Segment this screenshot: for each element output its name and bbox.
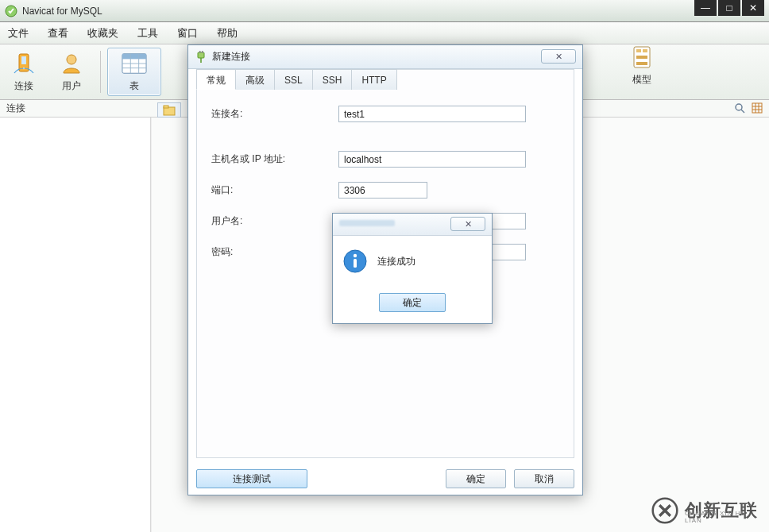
menu-file[interactable]: 文件 xyxy=(8,26,29,40)
plug-icon xyxy=(195,51,207,64)
maximize-button[interactable]: □ xyxy=(718,0,740,16)
svg-rect-18 xyxy=(752,103,762,113)
port-input[interactable] xyxy=(338,182,427,199)
watermark: 创新互联 CHUANG XIN HU LIAN xyxy=(651,497,758,524)
close-button[interactable]: ✕ xyxy=(742,0,764,16)
message-ok-button[interactable]: 确定 xyxy=(379,293,446,312)
tool-model[interactable]: 模型 xyxy=(618,44,666,87)
tool-model-label: 模型 xyxy=(632,73,651,87)
tab-advanced[interactable]: 高级 xyxy=(235,69,275,90)
dialog-footer: 连接测试 确定 取消 xyxy=(196,469,574,488)
dialog-tabs: 常规 高级 SSL SSH HTTP xyxy=(196,69,574,90)
svg-rect-31 xyxy=(354,259,357,268)
table-icon xyxy=(122,51,147,76)
minimize-button[interactable]: — xyxy=(694,0,717,16)
svg-rect-27 xyxy=(202,51,203,53)
svg-rect-25 xyxy=(198,52,204,58)
host-input[interactable] xyxy=(338,151,526,168)
window-controls: — □ ✕ xyxy=(693,0,764,17)
tool-user[interactable]: 用户 xyxy=(48,44,95,99)
message-box: ✕ 连接成功 确定 xyxy=(332,213,493,324)
menu-favorites[interactable]: 收藏夹 xyxy=(87,26,118,40)
tool-connect-label: 连接 xyxy=(14,79,33,93)
message-close-button[interactable]: ✕ xyxy=(450,217,485,231)
toolbar-separator xyxy=(100,51,101,93)
conn-name-label: 连接名: xyxy=(211,107,338,121)
message-title-blur xyxy=(339,220,395,226)
tab-general[interactable]: 常规 xyxy=(196,69,236,90)
menu-view[interactable]: 查看 xyxy=(48,26,68,40)
svg-rect-14 xyxy=(636,56,647,59)
dialog-titlebar[interactable]: 新建连接 ✕ xyxy=(188,45,582,69)
watermark-sub: CHUANG XIN HU LIAN xyxy=(685,510,756,524)
titlebar: Navicat for MySQL — □ ✕ xyxy=(0,0,769,22)
watermark-icon xyxy=(651,497,678,524)
message-body: 连接成功 xyxy=(333,236,492,287)
menu-tools[interactable]: 工具 xyxy=(137,26,158,40)
svg-rect-2 xyxy=(21,56,26,64)
message-footer: 确定 xyxy=(333,287,492,323)
svg-point-30 xyxy=(354,254,357,257)
message-titlebar[interactable]: ✕ xyxy=(333,214,492,236)
menu-help[interactable]: 帮助 xyxy=(217,26,238,40)
dialog-close-button[interactable]: ✕ xyxy=(541,49,576,64)
svg-rect-26 xyxy=(199,51,201,53)
sidebar[interactable] xyxy=(0,118,151,532)
menubar: 文件 查看 收藏夹 工具 窗口 帮助 xyxy=(0,22,769,44)
app-title: Navicat for MySQL xyxy=(22,6,102,17)
message-text: 连接成功 xyxy=(377,255,415,268)
app-icon xyxy=(5,5,17,17)
info-icon xyxy=(342,249,368,274)
dialog-ok-button[interactable]: 确定 xyxy=(446,469,506,488)
svg-point-4 xyxy=(67,55,76,64)
dialog-cancel-button[interactable]: 取消 xyxy=(514,469,574,488)
pass-label: 密码: xyxy=(211,245,338,259)
model-icon xyxy=(629,44,655,70)
svg-line-17 xyxy=(741,110,744,113)
dialog-title: 新建连接 xyxy=(212,50,250,64)
user-label: 用户名: xyxy=(211,214,338,228)
search-icon[interactable] xyxy=(734,102,745,116)
svg-rect-12 xyxy=(636,49,641,52)
tab-http[interactable]: HTTP xyxy=(351,69,396,90)
svg-rect-15 xyxy=(636,62,647,65)
grid-icon[interactable] xyxy=(752,102,763,116)
connection-label: 连接 xyxy=(6,102,25,115)
menu-window[interactable]: 窗口 xyxy=(177,26,198,40)
user-icon xyxy=(59,51,84,76)
strip-right-icons xyxy=(734,100,763,118)
tool-table-label: 表 xyxy=(129,79,139,93)
tab-ssh[interactable]: SSH xyxy=(312,69,353,90)
svg-rect-13 xyxy=(643,49,647,52)
svg-rect-24 xyxy=(164,106,168,108)
host-label: 主机名或 IP 地址: xyxy=(211,152,338,166)
tool-user-label: 用户 xyxy=(62,79,81,93)
test-connection-button[interactable]: 连接测试 xyxy=(196,469,307,488)
svg-point-16 xyxy=(736,104,742,110)
svg-rect-6 xyxy=(122,54,146,60)
connect-icon xyxy=(11,51,37,76)
port-label: 端口: xyxy=(211,183,338,197)
tool-table[interactable]: 表 xyxy=(107,48,161,96)
tab-ssl[interactable]: SSL xyxy=(274,69,313,90)
object-tab-icon[interactable] xyxy=(157,102,181,118)
tool-connect[interactable]: 连接 xyxy=(0,44,48,99)
conn-name-input[interactable] xyxy=(338,106,526,122)
